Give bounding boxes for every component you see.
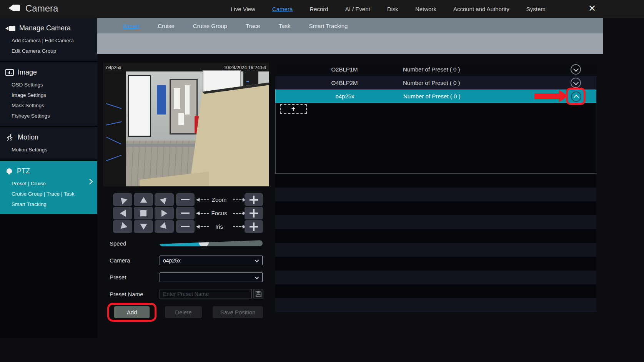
focus-axis-label: Focus (204, 210, 235, 216)
camera-select[interactable]: o4p25x (160, 256, 263, 265)
add-button[interactable]: Add (114, 306, 150, 318)
camera-settings-screen: Camera Live View Camera Record AI / Even… (0, 0, 644, 362)
nav-system[interactable]: System (526, 6, 546, 12)
nav-account-authority[interactable]: Account and Authority (453, 6, 509, 12)
focus-minus-button[interactable] (176, 207, 195, 219)
sidebar-section-manage-camera: Manage Camera Add Camera | Edit Camera E… (0, 18, 97, 61)
ptz-left-button[interactable] (113, 207, 132, 219)
camera-name: o4p25x (303, 93, 387, 100)
preview-timestamp-overlay: 10/24/2024 16:24:54 (224, 65, 266, 70)
zoom-axis-label: Zoom (204, 196, 235, 203)
ptz-down-left-button[interactable] (113, 220, 132, 233)
section-title-image: Image (18, 68, 37, 76)
chevron-up-icon (573, 95, 579, 100)
ptz-up-button[interactable] (134, 193, 153, 206)
nav-disk[interactable]: Disk (387, 6, 398, 12)
camera-name: O2BLP1M (302, 66, 387, 73)
sidebar-item-mask-settings[interactable]: Mask Settings (0, 100, 97, 111)
page-title: Camera (25, 3, 58, 14)
collapse-row-button[interactable] (571, 91, 581, 102)
nav-network[interactable]: Network (415, 6, 436, 12)
ptz-right-button[interactable] (155, 207, 174, 219)
chevron-down-icon (573, 80, 578, 85)
red-arrow-head (559, 90, 568, 102)
focus-plus-button[interactable] (245, 207, 263, 219)
top-navigation: Live View Camera Record AI / Event Disk … (231, 0, 546, 18)
section-title-ptz: PTZ (17, 167, 30, 175)
camera-select-value: o4p25x (163, 257, 181, 264)
ptz-down-button[interactable] (134, 220, 153, 233)
ptz-tab-bar: Preset Cruise Cruise Group Trace Task Sm… (97, 18, 603, 33)
section-title-manage-camera: Manage Camera (19, 24, 71, 32)
camera-name: O4BLP2M (302, 80, 387, 86)
sidebar-item-add-edit-camera[interactable]: Add Camera | Edit Camera (0, 35, 97, 46)
ptz-up-left-button[interactable] (113, 193, 132, 206)
preset-label: Preset (110, 274, 126, 281)
camera-label: Camera (110, 257, 130, 264)
sidebar-item-edit-camera-group[interactable]: Edit Camera Group (0, 46, 97, 56)
preset-count: Number of Preset ( 0 ) (403, 80, 460, 86)
preset-count: Number of Preset ( 0 ) (403, 66, 460, 73)
ptz-up-right-button[interactable] (155, 193, 174, 206)
sidebar-item-fisheye-settings[interactable]: Fisheye Settings (0, 111, 97, 121)
ptz-stop-button[interactable] (134, 207, 153, 219)
speed-label: Speed (110, 240, 126, 247)
arrow-right-icon (233, 199, 245, 200)
expand-row-button[interactable] (571, 78, 581, 88)
expand-row-button[interactable] (571, 64, 581, 75)
preset-expand-panel: + (275, 103, 596, 174)
add-preset-tile[interactable]: + (280, 104, 307, 114)
speed-slider[interactable] (160, 240, 263, 246)
camera-icon (8, 6, 12, 10)
arrow-right-icon (233, 226, 245, 227)
ptz-down-right-button[interactable] (155, 220, 174, 233)
red-arrow-annotation (534, 93, 560, 99)
camera-icon (5, 26, 15, 31)
camera-list-row[interactable]: O4BLP2M Number of Preset ( 0 ) (275, 76, 596, 90)
sidebar-section-motion: Motion Motion Settings (0, 127, 97, 159)
iris-minus-button[interactable] (176, 220, 195, 233)
tab-smart-tracking[interactable]: Smart Tracking (309, 23, 348, 29)
speed-slider-fill (160, 240, 204, 246)
preset-name-input[interactable] (160, 289, 252, 299)
tab-preset[interactable]: Preset (123, 23, 139, 29)
motion-icon (5, 134, 14, 141)
monitor-icon (5, 69, 14, 76)
top-bar: Camera Live View Camera Record AI / Even… (0, 0, 644, 18)
speed-slider-thumb[interactable] (199, 237, 209, 247)
sidebar: Manage Camera Add Camera | Edit Camera E… (0, 18, 97, 338)
tab-trace[interactable]: Trace (246, 23, 260, 29)
sidebar-item-osd-settings[interactable]: OSD Settings (0, 80, 97, 90)
sidebar-item-smart-tracking[interactable]: Smart Tracking (0, 199, 97, 209)
zoom-plus-button[interactable] (245, 193, 263, 206)
camera-list-row[interactable]: O2BLP1M Number of Preset ( 0 ) (275, 63, 596, 76)
arrow-right-icon (233, 213, 245, 214)
preset-name-label: Preset Name (110, 291, 143, 297)
sidebar-item-cruisegroup-trace-task[interactable]: Cruise Group | Trace | Task (0, 189, 97, 199)
save-preset-name-button[interactable] (253, 289, 263, 299)
iris-axis-label: Iris (204, 223, 235, 230)
tab-cruise[interactable]: Cruise (158, 23, 174, 29)
iris-plus-button[interactable] (245, 220, 263, 233)
nav-record[interactable]: Record (310, 6, 328, 12)
toolbar-band (97, 33, 603, 54)
zoom-minus-button[interactable] (176, 193, 195, 206)
camera-preview[interactable]: o4p25x 10/24/2024 16:24:54 (103, 63, 269, 186)
sidebar-item-motion-settings[interactable]: Motion Settings (0, 144, 97, 155)
delete-button[interactable]: Delete (165, 306, 202, 318)
floppy-disk-icon (255, 291, 262, 297)
sidebar-item-preset-cruise[interactable]: Preset | Cruise (0, 178, 97, 189)
close-icon[interactable]: ✕ (588, 3, 596, 14)
nav-camera[interactable]: Camera (272, 6, 293, 12)
tab-cruise-group[interactable]: Cruise Group (193, 23, 227, 29)
sidebar-item-image-settings[interactable]: Image Settings (0, 90, 97, 100)
tab-task[interactable]: Task (279, 23, 291, 29)
preset-select[interactable] (160, 272, 263, 282)
sidebar-section-ptz: PTZ Preset | Cruise Cruise Group | Trace… (0, 161, 97, 214)
nav-live-view[interactable]: Live View (231, 6, 255, 12)
section-title-motion: Motion (18, 133, 38, 141)
nav-ai-event[interactable]: AI / Event (345, 6, 370, 12)
dome-camera-icon (5, 168, 13, 175)
save-position-button[interactable]: Save Position (213, 306, 263, 318)
sidebar-section-image: Image OSD Settings Image Settings Mask S… (0, 62, 97, 126)
